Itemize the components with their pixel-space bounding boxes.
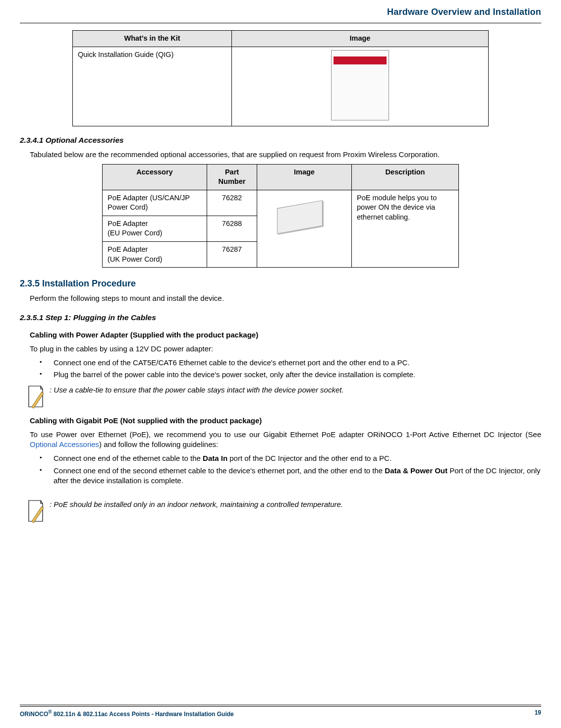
qig-image (331, 50, 389, 120)
note-cable-tie: : Use a cable-tie to ensure that the pow… (26, 385, 541, 409)
cabling-poe-heading: Cabling with Gigabit PoE (Not supplied w… (30, 416, 541, 426)
footer-left: ORiNOCO® 802.11n & 802.11ac Access Point… (20, 709, 234, 718)
page-number: 19 (535, 709, 541, 718)
list-item: Connect one end of the ethernet cable to… (40, 453, 541, 463)
acc-name: PoE Adapter(EU Power Cord) (103, 216, 207, 241)
list-item: Connect one end of the second ethernet c… (40, 466, 541, 486)
text: (UK Power Cord) (108, 255, 162, 263)
acc-desc: PoE module helps you to power ON the dev… (352, 190, 459, 267)
section-2-3-5-1-title: 2.3.5.1 Step 1: Plugging in the Cables (20, 313, 541, 323)
kit-table: What's in the Kit Image Quick Installati… (72, 30, 489, 126)
cabling-poe-intro: To use Power over Ethernet (PoE), we rec… (30, 430, 541, 450)
accessories-table: Accessory PartNumber Image Description P… (102, 164, 459, 268)
text: PoE Adapter (108, 220, 148, 227)
list-item: Connect one end of the CAT5E/CAT6 Ethern… (40, 358, 541, 368)
section-2-3-4-1-title: 2.3.4.1 Optional Accessories (20, 135, 541, 146)
running-header: Hardware Overview and Installation (20, 0, 541, 21)
kit-th-2: Image (232, 31, 489, 47)
text: To use Power over Ethernet (PoE), we rec… (30, 430, 541, 439)
registered-mark: ® (48, 709, 52, 715)
section-2-3-4-1-intro: Tabulated below are the recommended opti… (30, 150, 541, 160)
note-text: : Use a cable-tie to ensure that the pow… (50, 385, 344, 395)
poe-adapter-image (267, 194, 341, 244)
acc-th-1: Accessory (103, 164, 207, 190)
text: PoE Adapter (US/CAN/JP (108, 194, 190, 202)
acc-part: 76287 (207, 241, 257, 267)
footer-rule-1 (20, 705, 541, 705)
text: port of the DC Injector and the other en… (227, 454, 392, 462)
acc-th-4: Description (352, 164, 459, 190)
bullet-list: Connect one end of the CAT5E/CAT6 Ethern… (40, 358, 541, 380)
acc-name: PoE Adapter(UK Power Cord) (103, 241, 207, 267)
table-row: Quick Installation Guide (QIG) (73, 47, 489, 126)
acc-part: 76282 (207, 190, 257, 216)
section-2-3-5-title: 2.3.5 Installation Procedure (20, 278, 541, 289)
bullet-list: Connect one end of the ethernet cable to… (40, 453, 541, 486)
list-item: Plug the barrel of the power cable into … (40, 370, 541, 380)
text: ) and follow the following guidelines: (99, 440, 218, 448)
text: 802.11n & 802.11ac Access Points - Hardw… (52, 711, 234, 718)
text: PoE Adapter (108, 245, 148, 253)
cabling-power-adapter-heading: Cabling with Power Adapter (Supplied wit… (30, 330, 541, 340)
kit-th-1: What's in the Kit (73, 31, 232, 47)
acc-name: PoE Adapter (US/CAN/JPPower Cord) (103, 190, 207, 216)
note-text: : PoE should be installed only in an ind… (50, 500, 343, 509)
optional-accessories-link[interactable]: Optional Accessories (30, 440, 99, 448)
text: Connect one end of the ethernet cable to… (54, 454, 203, 462)
text: Power Cord) (108, 203, 148, 211)
acc-th-2: PartNumber (207, 164, 257, 190)
bold-text: Data In (203, 454, 227, 462)
table-row: PoE Adapter (US/CAN/JPPower Cord) 76282 … (103, 190, 459, 216)
cabling-power-adapter-intro: To plug in the cables by using a 12V DC … (30, 344, 541, 354)
section-2-3-5-intro: Perform the following steps to mount and… (30, 293, 541, 303)
text: Connect one end of the second ethernet c… (54, 466, 385, 475)
text: ORiNOCO (20, 711, 48, 718)
kit-cell-image (232, 47, 489, 126)
text: (EU Power Cord) (108, 229, 162, 237)
acc-part: 76288 (207, 216, 257, 241)
acc-th-3: Image (257, 164, 352, 190)
acc-image-cell (257, 190, 352, 267)
note-pencil-icon (26, 500, 46, 523)
header-rule (20, 23, 541, 23)
note-pencil-icon (26, 385, 46, 409)
note-poe-indoor: : PoE should be installed only in an ind… (26, 500, 541, 523)
bold-text: Data & Power Out (385, 466, 448, 475)
kit-cell-name: Quick Installation Guide (QIG) (73, 47, 232, 126)
page-footer: ORiNOCO® 802.11n & 802.11ac Access Point… (20, 705, 541, 718)
